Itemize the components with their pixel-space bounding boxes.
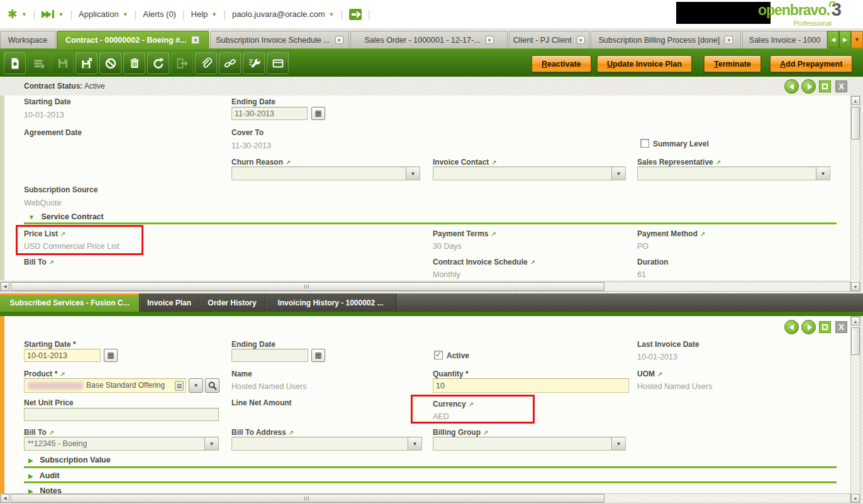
quick-launch-menu[interactable]: ▼ (42, 10, 64, 18)
form-grid-toggle-button[interactable] (267, 52, 289, 74)
tab-order-history[interactable]: Order History (199, 293, 265, 312)
help-menu[interactable]: Help ▼ (191, 9, 218, 19)
tab-subscription-invoice-schedule[interactable]: Subscription Invoice Schedule ... x (210, 31, 350, 48)
quantity-input[interactable] (433, 378, 629, 393)
close-record-button[interactable]: X (835, 321, 847, 333)
save-close-button[interactable] (75, 52, 97, 74)
chevron-down-icon[interactable]: ▼ (408, 437, 421, 450)
tab-contract[interactable]: Contract - 00000002 - Boeing #... x (57, 31, 209, 48)
churn-reason-select[interactable]: ▼ (231, 167, 420, 180)
delete-button[interactable] (123, 52, 145, 74)
next-record-button[interactable] (801, 79, 816, 94)
maximize-button[interactable] (819, 321, 831, 333)
product-dropdown-button[interactable]: ▼ (189, 378, 203, 393)
user-menu[interactable]: paolo.juvara@oracle.com ▼ (232, 9, 335, 19)
previous-record-button[interactable] (784, 79, 799, 94)
net-unit-price-input[interactable] (24, 408, 219, 421)
new-record-button[interactable] (4, 52, 26, 74)
product-combo-input[interactable]: Base Standard Offering Cloud ▤ (24, 378, 186, 393)
scroll-down-button[interactable]: ▼ (851, 282, 860, 291)
form-vertical-scrollbar[interactable]: ▲ ▼ (850, 96, 860, 292)
refresh-button[interactable] (147, 52, 169, 74)
billing-group-select[interactable]: ▼ (433, 437, 626, 451)
calendar-icon[interactable]: ▦ (104, 349, 118, 362)
link-icon[interactable]: ↗ (49, 429, 54, 436)
bill-to-select[interactable]: **12345 - Boeing ▼ (24, 437, 219, 451)
starting-date-input[interactable] (24, 349, 101, 362)
sales-representative-select[interactable]: ▼ (637, 167, 830, 180)
product-keypad-icon[interactable]: ▤ (175, 381, 184, 391)
workspace-menu[interactable]: ✱ ▼ (8, 8, 27, 20)
form-vertical-scrollbar[interactable]: ▲ ▼ (850, 316, 860, 503)
tab-scroll-left-button[interactable]: ◀ (827, 31, 839, 48)
form-horizontal-scrollbar[interactable]: ◀ (0, 282, 850, 292)
link-icon[interactable]: ↗ (716, 159, 721, 166)
scroll-up-button[interactable]: ▲ (851, 317, 860, 326)
link-icon[interactable]: ↗ (286, 159, 291, 166)
tab-invoicing-history[interactable]: Invoicing History - 1000002 ... (265, 293, 396, 312)
ending-date-input[interactable] (231, 349, 308, 362)
link-icon[interactable]: ↗ (657, 371, 662, 378)
section-audit[interactable]: ▶ Audit (28, 471, 60, 480)
link-icon[interactable]: ↗ (491, 159, 496, 166)
chevron-down-icon[interactable]: ▼ (406, 167, 420, 180)
tab-subscription-billing-process[interactable]: Subscription Billing Process [done] x (591, 31, 742, 48)
close-icon[interactable]: x (335, 36, 343, 44)
link-icon[interactable]: ↗ (483, 429, 488, 436)
logout-button[interactable] (349, 9, 362, 20)
link-button[interactable] (219, 52, 241, 74)
tab-list-dropdown-button[interactable]: ▼ (851, 31, 863, 48)
scrollbar-thumb[interactable] (851, 107, 860, 140)
maximize-button[interactable] (819, 80, 831, 92)
close-icon[interactable]: x (725, 36, 733, 44)
chevron-down-icon[interactable]: ▼ (611, 437, 625, 450)
ending-date-input[interactable] (231, 107, 308, 120)
chevron-down-icon[interactable]: ▼ (816, 167, 830, 180)
close-record-button[interactable]: X (835, 80, 847, 92)
calendar-icon[interactable]: ▦ (311, 349, 325, 362)
active-checkbox[interactable]: ✓ (434, 351, 443, 359)
section-subscription-value[interactable]: ▶ Subscription Value (28, 456, 111, 464)
close-icon[interactable]: x (486, 36, 494, 44)
link-icon[interactable]: ↗ (60, 231, 65, 238)
application-menu[interactable]: Application ▼ (79, 9, 128, 19)
tab-sales-invoice[interactable]: Sales Invoice - 1000 (742, 31, 827, 48)
next-record-button[interactable] (801, 320, 816, 334)
bill-to-address-select[interactable]: ▼ (231, 437, 422, 451)
previous-record-button[interactable] (784, 320, 799, 334)
close-icon[interactable]: x (577, 36, 585, 44)
tab-invoice-plan[interactable]: Invoice Plan (140, 293, 199, 312)
chevron-down-icon[interactable]: ▼ (204, 437, 218, 450)
form-horizontal-scrollbar[interactable]: ◀ (0, 493, 850, 503)
link-icon[interactable]: ↗ (469, 401, 474, 408)
add-prepayment-button[interactable]: Add Prepayment (770, 55, 852, 72)
chevron-down-icon[interactable]: ▼ (611, 167, 625, 180)
scrollbar-thumb[interactable] (11, 282, 604, 291)
link-icon[interactable]: ↗ (530, 259, 535, 266)
terminate-button[interactable]: Terminate (704, 55, 761, 72)
link-icon[interactable]: ↗ (700, 231, 705, 238)
scroll-down-button[interactable]: ▼ (851, 494, 860, 503)
link-icon[interactable]: ↗ (491, 231, 496, 238)
tab-workspace[interactable]: Workspace (0, 31, 55, 48)
section-service-contract[interactable]: ▼ Service Contract (28, 212, 104, 221)
tab-scroll-right-button[interactable]: ▶ (839, 31, 851, 48)
undo-button[interactable] (99, 52, 121, 74)
invoice-contact-select[interactable]: ▼ (433, 167, 626, 180)
product-search-button[interactable] (205, 378, 220, 393)
update-invoice-plan-button[interactable]: Update Invoice Plan (597, 55, 692, 72)
link-icon[interactable]: ↗ (49, 259, 54, 266)
reactivate-button[interactable]: Reactivate (532, 55, 591, 72)
attachments-button[interactable] (195, 52, 217, 74)
tools-button[interactable] (243, 52, 265, 74)
tab-subscribed-services[interactable]: Subscribed Services - Fusion C... (0, 293, 140, 312)
alerts-menu[interactable]: Alerts (0) (143, 9, 176, 19)
link-icon[interactable]: ↗ (289, 429, 294, 436)
summary-level-checkbox[interactable] (640, 139, 649, 148)
scrollbar-thumb[interactable] (851, 327, 860, 355)
link-icon[interactable]: ↗ (60, 371, 65, 378)
scroll-up-button[interactable]: ▲ (851, 96, 860, 105)
scroll-left-button[interactable]: ◀ (1, 282, 9, 291)
scrollbar-thumb[interactable] (11, 494, 604, 503)
calendar-icon[interactable]: ▦ (311, 107, 325, 120)
